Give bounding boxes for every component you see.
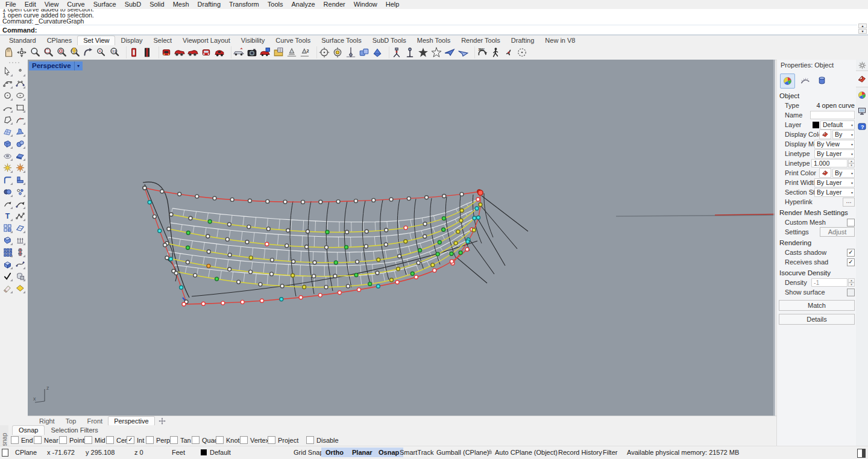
control-point[interactable]	[465, 248, 469, 251]
adjust-button[interactable]: Adjust	[820, 227, 855, 237]
help-panel-tab[interactable]: ?	[856, 119, 868, 134]
pan-hand-icon[interactable]	[2, 46, 15, 59]
display-color-select[interactable]: By▾	[832, 130, 855, 139]
control-point[interactable]	[319, 200, 322, 204]
control-point[interactable]	[404, 240, 407, 243]
fillet-icon[interactable]	[1, 174, 13, 186]
station-2[interactable]	[308, 201, 314, 294]
stern-ray-5[interactable]	[456, 257, 487, 283]
curve-arrow-large-icon[interactable]	[14, 198, 26, 210]
status-planar[interactable]: Planar	[348, 448, 377, 457]
control-point[interactable]	[225, 237, 229, 241]
curve-handles-icon[interactable]	[14, 78, 26, 89]
details-button[interactable]: Details	[779, 314, 855, 325]
control-point[interactable]	[442, 217, 445, 220]
control-point[interactable]	[230, 198, 234, 201]
menu-tools[interactable]: Tools	[263, 0, 288, 9]
control-point[interactable]	[305, 245, 309, 249]
patch-icon[interactable]	[14, 283, 26, 294]
turntable-icon[interactable]	[502, 46, 515, 59]
control-point[interactable]	[454, 242, 458, 245]
star-view-icon[interactable]	[417, 46, 430, 59]
control-point[interactable]	[476, 198, 480, 201]
orient-box-icon[interactable]	[1, 258, 13, 270]
viewport-label[interactable]: Perspective ▾	[29, 61, 83, 70]
toolbar-tab-drafting[interactable]: Drafting	[506, 36, 540, 45]
control-point[interactable]	[345, 245, 348, 249]
control-point[interactable]	[333, 274, 337, 278]
custom-mesh-checkbox[interactable]	[847, 219, 855, 226]
control-point[interactable]	[334, 261, 338, 264]
lens-angle-icon[interactable]: 2	[298, 46, 312, 59]
control-point[interactable]	[460, 209, 464, 213]
text-icon[interactable]: T	[1, 210, 13, 222]
arc-icon[interactable]	[1, 102, 13, 113]
control-point[interactable]	[459, 219, 463, 222]
control-point[interactable]	[450, 260, 454, 263]
control-point[interactable]	[326, 230, 329, 234]
group-icon[interactable]	[1, 222, 13, 234]
point-icon[interactable]	[14, 66, 26, 77]
viewport-menu-chevron-icon[interactable]: ▾	[74, 61, 83, 70]
status-osnap[interactable]: Osnap	[374, 448, 403, 457]
toolbar-tab-select[interactable]: Select	[148, 36, 178, 45]
viewport-layout-icon[interactable]	[272, 46, 285, 59]
control-point[interactable]	[280, 284, 284, 288]
car-side2-view-icon[interactable]	[186, 46, 200, 59]
undo-view-icon[interactable]	[81, 46, 95, 59]
control-point[interactable]	[456, 230, 460, 234]
zoom-window-icon[interactable]	[42, 46, 55, 59]
control-point[interactable]	[410, 272, 414, 275]
car-back-view-icon[interactable]	[160, 46, 173, 59]
control-point[interactable]	[466, 240, 470, 243]
control-point[interactable]	[241, 300, 244, 304]
sphere-icon[interactable]	[14, 138, 26, 149]
stern-ray-3[interactable]	[477, 218, 505, 266]
shaded-viewport-icon[interactable]	[371, 46, 384, 59]
control-point[interactable]	[431, 263, 435, 267]
perspective-viewport[interactable]: Perspective ▾ zx	[28, 60, 775, 416]
layer-select[interactable]: Default▾	[820, 120, 855, 130]
control-point-curve-icon[interactable]	[1, 78, 13, 89]
control-point[interactable]	[442, 228, 445, 231]
control-point[interactable]	[265, 242, 269, 246]
control-point[interactable]	[299, 296, 303, 299]
surface-sheet-icon[interactable]	[14, 126, 26, 137]
circle-icon[interactable]	[1, 90, 13, 101]
control-point[interactable]	[259, 283, 262, 286]
osnap-tab-selection-filters[interactable]: Selection Filters	[45, 426, 104, 435]
control-point[interactable]	[206, 234, 210, 238]
control-point[interactable]	[460, 192, 464, 196]
sheer-curve[interactable]	[145, 188, 479, 202]
checkbox-project[interactable]	[268, 436, 275, 444]
checkbox-cen[interactable]	[106, 436, 114, 444]
osnap-filter-near[interactable]: Near	[34, 436, 58, 444]
osnap-filter-int[interactable]: ✓Int	[127, 436, 144, 444]
scroll-up-icon[interactable]: ▴	[858, 23, 867, 28]
plane-surface-icon[interactable]	[14, 150, 26, 161]
control-point[interactable]	[479, 203, 482, 207]
linetype-scale-spinner[interactable]: 1.000▴▾	[811, 159, 855, 167]
ellipse-icon[interactable]	[14, 90, 26, 101]
status-grid-snap[interactable]: Grid Snap	[294, 449, 324, 456]
control-point[interactable]	[473, 216, 476, 220]
toolbar-tab-new-in-v8[interactable]: New in V8	[539, 36, 580, 45]
control-point[interactable]	[266, 199, 269, 203]
menu-edit[interactable]: Edit	[20, 0, 40, 9]
control-point[interactable]	[291, 273, 295, 277]
control-point[interactable]	[193, 273, 197, 277]
checkbox-int[interactable]: ✓	[127, 436, 134, 444]
control-point[interactable]	[423, 235, 427, 239]
osnap-filter-quad[interactable]: Quad	[192, 436, 218, 444]
control-point[interactable]	[285, 244, 289, 248]
deform-curve-icon[interactable]	[14, 258, 26, 270]
selection-arrow-icon[interactable]	[1, 66, 13, 77]
status-x-71-672[interactable]: x -71.672	[47, 449, 75, 456]
command-scrollbar[interactable]: ▴ ▾	[858, 23, 867, 34]
osnap-filter-end[interactable]: End	[11, 436, 33, 444]
control-point[interactable]	[207, 264, 210, 268]
control-point[interactable]	[249, 270, 253, 273]
hyperlink-button[interactable]: ...	[843, 198, 855, 207]
control-point[interactable]	[354, 199, 357, 203]
toolbar-tab-display[interactable]: Display	[115, 36, 148, 45]
